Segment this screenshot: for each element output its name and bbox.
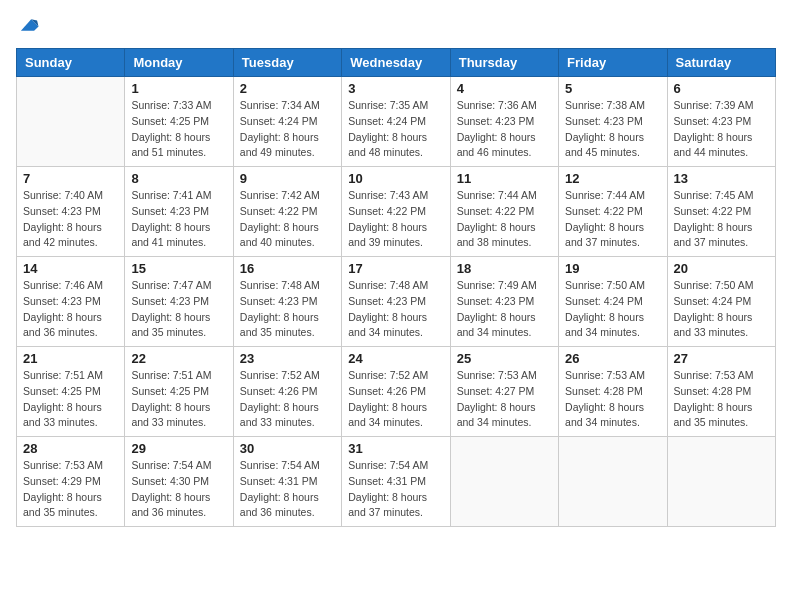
day-info: Sunrise: 7:52 AMSunset: 4:26 PMDaylight:… — [348, 368, 443, 431]
day-number: 2 — [240, 81, 335, 96]
day-info: Sunrise: 7:51 AMSunset: 4:25 PMDaylight:… — [131, 368, 226, 431]
day-number: 17 — [348, 261, 443, 276]
header-thursday: Thursday — [450, 49, 558, 77]
day-number: 26 — [565, 351, 660, 366]
day-info: Sunrise: 7:54 AMSunset: 4:30 PMDaylight:… — [131, 458, 226, 521]
day-number: 15 — [131, 261, 226, 276]
header-tuesday: Tuesday — [233, 49, 341, 77]
header-sunday: Sunday — [17, 49, 125, 77]
day-cell: 10Sunrise: 7:43 AMSunset: 4:22 PMDayligh… — [342, 167, 450, 257]
day-cell: 4Sunrise: 7:36 AMSunset: 4:23 PMDaylight… — [450, 77, 558, 167]
day-cell: 9Sunrise: 7:42 AMSunset: 4:22 PMDaylight… — [233, 167, 341, 257]
day-cell: 16Sunrise: 7:48 AMSunset: 4:23 PMDayligh… — [233, 257, 341, 347]
day-number: 3 — [348, 81, 443, 96]
header-row: SundayMondayTuesdayWednesdayThursdayFrid… — [17, 49, 776, 77]
day-cell: 2Sunrise: 7:34 AMSunset: 4:24 PMDaylight… — [233, 77, 341, 167]
day-info: Sunrise: 7:48 AMSunset: 4:23 PMDaylight:… — [240, 278, 335, 341]
week-row-5: 28Sunrise: 7:53 AMSunset: 4:29 PMDayligh… — [17, 437, 776, 527]
day-info: Sunrise: 7:40 AMSunset: 4:23 PMDaylight:… — [23, 188, 118, 251]
day-number: 11 — [457, 171, 552, 186]
day-cell: 29Sunrise: 7:54 AMSunset: 4:30 PMDayligh… — [125, 437, 233, 527]
day-number: 28 — [23, 441, 118, 456]
day-info: Sunrise: 7:44 AMSunset: 4:22 PMDaylight:… — [457, 188, 552, 251]
day-info: Sunrise: 7:43 AMSunset: 4:22 PMDaylight:… — [348, 188, 443, 251]
day-cell: 12Sunrise: 7:44 AMSunset: 4:22 PMDayligh… — [559, 167, 667, 257]
day-info: Sunrise: 7:34 AMSunset: 4:24 PMDaylight:… — [240, 98, 335, 161]
day-cell: 31Sunrise: 7:54 AMSunset: 4:31 PMDayligh… — [342, 437, 450, 527]
header-saturday: Saturday — [667, 49, 775, 77]
day-cell: 3Sunrise: 7:35 AMSunset: 4:24 PMDaylight… — [342, 77, 450, 167]
day-info: Sunrise: 7:36 AMSunset: 4:23 PMDaylight:… — [457, 98, 552, 161]
day-number: 22 — [131, 351, 226, 366]
day-number: 21 — [23, 351, 118, 366]
day-cell — [17, 77, 125, 167]
day-info: Sunrise: 7:50 AMSunset: 4:24 PMDaylight:… — [674, 278, 769, 341]
header-wednesday: Wednesday — [342, 49, 450, 77]
day-cell: 18Sunrise: 7:49 AMSunset: 4:23 PMDayligh… — [450, 257, 558, 347]
header-monday: Monday — [125, 49, 233, 77]
day-number: 18 — [457, 261, 552, 276]
day-info: Sunrise: 7:54 AMSunset: 4:31 PMDaylight:… — [240, 458, 335, 521]
week-row-2: 7Sunrise: 7:40 AMSunset: 4:23 PMDaylight… — [17, 167, 776, 257]
day-info: Sunrise: 7:53 AMSunset: 4:28 PMDaylight:… — [565, 368, 660, 431]
day-number: 30 — [240, 441, 335, 456]
day-number: 13 — [674, 171, 769, 186]
day-number: 23 — [240, 351, 335, 366]
calendar-table: SundayMondayTuesdayWednesdayThursdayFrid… — [16, 48, 776, 527]
day-info: Sunrise: 7:47 AMSunset: 4:23 PMDaylight:… — [131, 278, 226, 341]
day-cell: 5Sunrise: 7:38 AMSunset: 4:23 PMDaylight… — [559, 77, 667, 167]
day-info: Sunrise: 7:50 AMSunset: 4:24 PMDaylight:… — [565, 278, 660, 341]
day-info: Sunrise: 7:38 AMSunset: 4:23 PMDaylight:… — [565, 98, 660, 161]
day-number: 9 — [240, 171, 335, 186]
day-cell: 20Sunrise: 7:50 AMSunset: 4:24 PMDayligh… — [667, 257, 775, 347]
day-cell: 21Sunrise: 7:51 AMSunset: 4:25 PMDayligh… — [17, 347, 125, 437]
day-cell: 19Sunrise: 7:50 AMSunset: 4:24 PMDayligh… — [559, 257, 667, 347]
day-cell: 24Sunrise: 7:52 AMSunset: 4:26 PMDayligh… — [342, 347, 450, 437]
day-number: 19 — [565, 261, 660, 276]
day-number: 20 — [674, 261, 769, 276]
day-cell: 30Sunrise: 7:54 AMSunset: 4:31 PMDayligh… — [233, 437, 341, 527]
day-info: Sunrise: 7:46 AMSunset: 4:23 PMDaylight:… — [23, 278, 118, 341]
day-info: Sunrise: 7:41 AMSunset: 4:23 PMDaylight:… — [131, 188, 226, 251]
day-cell — [667, 437, 775, 527]
day-number: 6 — [674, 81, 769, 96]
day-cell: 13Sunrise: 7:45 AMSunset: 4:22 PMDayligh… — [667, 167, 775, 257]
day-number: 16 — [240, 261, 335, 276]
day-number: 25 — [457, 351, 552, 366]
day-cell — [559, 437, 667, 527]
day-info: Sunrise: 7:53 AMSunset: 4:28 PMDaylight:… — [674, 368, 769, 431]
day-number: 5 — [565, 81, 660, 96]
day-info: Sunrise: 7:45 AMSunset: 4:22 PMDaylight:… — [674, 188, 769, 251]
day-cell: 25Sunrise: 7:53 AMSunset: 4:27 PMDayligh… — [450, 347, 558, 437]
week-row-3: 14Sunrise: 7:46 AMSunset: 4:23 PMDayligh… — [17, 257, 776, 347]
day-cell: 28Sunrise: 7:53 AMSunset: 4:29 PMDayligh… — [17, 437, 125, 527]
day-cell: 26Sunrise: 7:53 AMSunset: 4:28 PMDayligh… — [559, 347, 667, 437]
day-cell: 7Sunrise: 7:40 AMSunset: 4:23 PMDaylight… — [17, 167, 125, 257]
day-number: 12 — [565, 171, 660, 186]
day-cell — [450, 437, 558, 527]
day-number: 14 — [23, 261, 118, 276]
day-cell: 23Sunrise: 7:52 AMSunset: 4:26 PMDayligh… — [233, 347, 341, 437]
header-friday: Friday — [559, 49, 667, 77]
day-number: 29 — [131, 441, 226, 456]
day-info: Sunrise: 7:35 AMSunset: 4:24 PMDaylight:… — [348, 98, 443, 161]
day-cell: 14Sunrise: 7:46 AMSunset: 4:23 PMDayligh… — [17, 257, 125, 347]
week-row-4: 21Sunrise: 7:51 AMSunset: 4:25 PMDayligh… — [17, 347, 776, 437]
day-cell: 15Sunrise: 7:47 AMSunset: 4:23 PMDayligh… — [125, 257, 233, 347]
day-number: 8 — [131, 171, 226, 186]
page-header — [16, 16, 776, 40]
day-cell: 8Sunrise: 7:41 AMSunset: 4:23 PMDaylight… — [125, 167, 233, 257]
day-info: Sunrise: 7:49 AMSunset: 4:23 PMDaylight:… — [457, 278, 552, 341]
day-number: 1 — [131, 81, 226, 96]
day-info: Sunrise: 7:54 AMSunset: 4:31 PMDaylight:… — [348, 458, 443, 521]
day-info: Sunrise: 7:48 AMSunset: 4:23 PMDaylight:… — [348, 278, 443, 341]
day-cell: 27Sunrise: 7:53 AMSunset: 4:28 PMDayligh… — [667, 347, 775, 437]
day-info: Sunrise: 7:44 AMSunset: 4:22 PMDaylight:… — [565, 188, 660, 251]
day-info: Sunrise: 7:33 AMSunset: 4:25 PMDaylight:… — [131, 98, 226, 161]
day-cell: 6Sunrise: 7:39 AMSunset: 4:23 PMDaylight… — [667, 77, 775, 167]
day-info: Sunrise: 7:53 AMSunset: 4:27 PMDaylight:… — [457, 368, 552, 431]
day-cell: 22Sunrise: 7:51 AMSunset: 4:25 PMDayligh… — [125, 347, 233, 437]
logo-icon — [18, 14, 40, 36]
day-info: Sunrise: 7:39 AMSunset: 4:23 PMDaylight:… — [674, 98, 769, 161]
day-info: Sunrise: 7:42 AMSunset: 4:22 PMDaylight:… — [240, 188, 335, 251]
